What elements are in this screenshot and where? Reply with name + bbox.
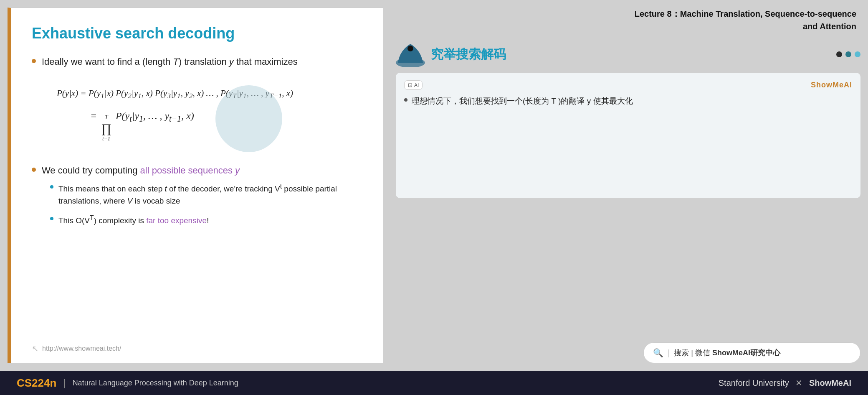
nav-dot-3	[855, 51, 860, 57]
card-bullet-dot	[404, 98, 407, 102]
math-line-2: = T ∏ t=1 P(yt|y1, … , yt−1, x)	[90, 106, 362, 144]
chinese-title: 究举搜索解码	[431, 46, 830, 63]
highlight-sequences: all possible sequences y	[140, 165, 240, 176]
search-brand: ShowMeAI研究中心	[712, 349, 780, 357]
svg-point-1	[407, 46, 413, 51]
sub-bullet-dot-2	[50, 217, 53, 220]
search-divider: |	[668, 348, 670, 358]
card-header: ⊡ AI ShowMeAI	[404, 80, 852, 90]
lecture-header: Lecture 8：Machine Translation, Sequence-…	[396, 8, 860, 33]
nav-dots	[836, 51, 860, 57]
bullet-text-2: We could try computing all possible sequ…	[42, 163, 362, 232]
spacer	[396, 204, 860, 336]
nav-dot-2	[845, 51, 851, 57]
bullet-text-1: Ideally we want to find a (length T) tra…	[42, 55, 298, 69]
brand-icon-svg	[396, 42, 425, 67]
math-formula-line1: P(y|x) = P(y1|x) P(y2|y1, x) P(y3|y1, y2…	[57, 84, 293, 103]
slide-panel: Exhaustive search decoding Ideally we wa…	[8, 8, 383, 363]
sub-bullet-2: This O(VT) complexity is far too expensi…	[50, 213, 362, 227]
card-bullet: 理想情况下，我们想要找到一个(长度为 T )的翻译 y 使其最大化	[404, 95, 852, 107]
ai-icon: ⊡	[408, 82, 412, 88]
showmeai-label: ShowMeAI	[811, 81, 852, 89]
footer-university: Stanford University	[719, 378, 789, 387]
footer-bar: CS224n | Natural Language Processing wit…	[0, 371, 868, 395]
bullet-item-1: Ideally we want to find a (length T) tra…	[32, 55, 362, 69]
slide-footer: ↖ http://www.showmeai.tech/	[32, 344, 121, 354]
lecture-line1: Lecture 8：Machine Translation, Sequence-…	[396, 8, 856, 20]
lecture-line2: and Attention	[396, 20, 856, 33]
bullet-dot-2	[32, 168, 36, 172]
right-panel: Lecture 8：Machine Translation, Sequence-…	[392, 0, 868, 371]
math-line-1: P(y|x) = P(y1|x) P(y2|y1, x) P(y3|y1, y2…	[57, 84, 362, 103]
bullet-dot-1	[32, 59, 36, 63]
footer-right: Stanford University ✕ ShowMeAI	[719, 378, 851, 388]
nav-dot-1	[836, 51, 842, 57]
math-block: P(y|x) = P(y1|x) P(y2|y1, x) P(y3|y1, y2…	[57, 84, 362, 147]
brand-icon	[396, 42, 425, 67]
translation-card: ⊡ AI ShowMeAI 理想情况下，我们想要找到一个(长度为 T )的翻译 …	[396, 73, 860, 198]
sub-bullet-dot-1	[50, 185, 53, 189]
footer-divider: |	[63, 377, 66, 389]
footer-brand: ShowMeAI	[809, 378, 851, 387]
search-text: 搜索 | 微信 ShowMeAI研究中心	[674, 348, 780, 358]
sub-bullet-text-1: This means that on each step t of the de…	[58, 181, 362, 207]
slide-title: Exhaustive search decoding	[32, 25, 362, 42]
bullet-item-2: We could try computing all possible sequ…	[32, 163, 362, 232]
search-label: 搜索 | 微信	[674, 349, 712, 357]
ai-label: AI	[414, 82, 419, 88]
ai-badge: ⊡ AI	[404, 80, 423, 90]
lecture-branding: 究举搜索解码	[396, 42, 860, 67]
footer-url: http://www.showmeai.tech/	[42, 345, 121, 352]
highlight-expensive: far too expensive	[146, 216, 207, 225]
search-icon: 🔍	[653, 348, 663, 358]
sub-bullets: This means that on each step t of the de…	[50, 181, 362, 227]
footer-course-code: CS224n	[17, 377, 56, 390]
card-bullet-text: 理想情况下，我们想要找到一个(长度为 T )的翻译 y 使其最大化	[412, 95, 633, 107]
cursor-icon: ↖	[32, 344, 39, 354]
sub-bullet-text-2: This O(VT) complexity is far too expensi…	[58, 213, 209, 227]
sub-bullet-1: This means that on each step t of the de…	[50, 181, 362, 207]
math-formula-line2: = T ∏ t=1 P(yt|y1, … , yt−1, x)	[90, 106, 194, 144]
search-bar[interactable]: 🔍 | 搜索 | 微信 ShowMeAI研究中心	[643, 342, 860, 363]
footer-course-name: Natural Language Processing with Deep Le…	[73, 379, 238, 387]
footer-left: CS224n | Natural Language Processing wit…	[17, 377, 238, 390]
footer-x: ✕	[795, 378, 802, 387]
